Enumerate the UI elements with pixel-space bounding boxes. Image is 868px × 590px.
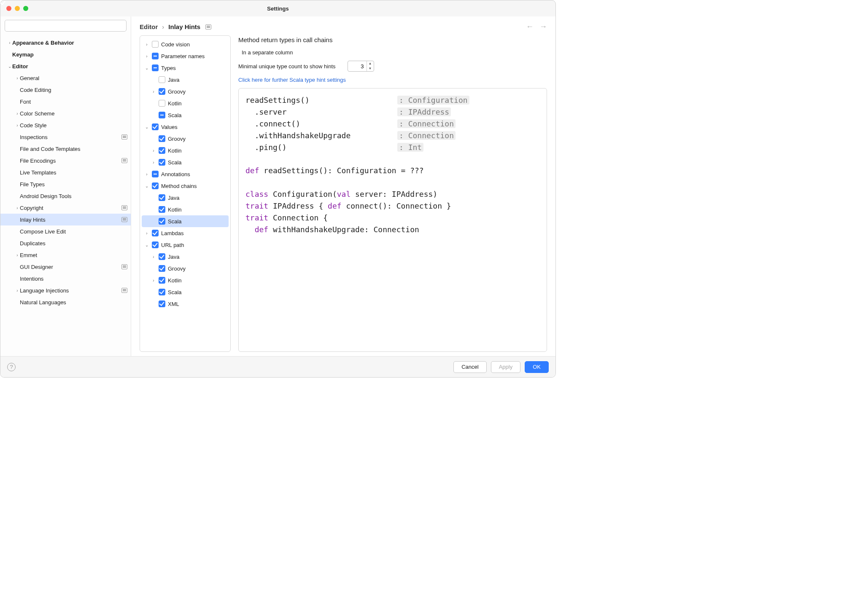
hint-tree-item[interactable]: ›Groovy — [142, 86, 229, 97]
hint-checkbox[interactable] — [159, 253, 165, 260]
hint-tree-label: Kotlin — [168, 100, 182, 107]
ok-button[interactable]: OK — [525, 361, 549, 373]
sidebar-item[interactable]: Compose Live Edit — [0, 225, 131, 237]
help-button[interactable]: ? — [7, 363, 16, 371]
sidebar-item[interactable]: ›Color Scheme — [0, 107, 131, 119]
sidebar-item[interactable]: ›Language Injections — [0, 284, 131, 296]
hint-tree-item[interactable]: ›Parameter names — [142, 50, 229, 62]
hint-checkbox[interactable] — [159, 147, 165, 154]
hint-checkbox[interactable] — [152, 182, 159, 189]
hint-checkbox[interactable] — [152, 64, 159, 71]
sidebar-item[interactable]: Inlay Hints — [0, 214, 131, 225]
hint-tree-item[interactable]: ›Scala — [142, 156, 229, 168]
hint-checkbox[interactable] — [152, 41, 159, 48]
hint-tree-item[interactable]: ⌄Values — [142, 121, 229, 133]
hint-tree-label: Kotlin — [168, 148, 182, 154]
hint-checkbox[interactable] — [159, 206, 165, 213]
sidebar-item[interactable]: Duplicates — [0, 237, 131, 249]
hint-tree-item[interactable]: ›Kotlin — [142, 145, 229, 156]
sidebar-item[interactable]: ›Copyright — [0, 202, 131, 214]
breadcrumb: Editor › Inlay Hints ← → — [131, 16, 555, 35]
hint-tree-item[interactable]: Scala — [142, 109, 229, 121]
sidebar-item[interactable]: Natural Languages — [0, 296, 131, 308]
sidebar-item-label: Font — [20, 99, 127, 105]
hint-tree-item[interactable]: ›Lambdas — [142, 227, 229, 239]
hint-checkbox[interactable] — [159, 112, 165, 118]
hint-checkbox[interactable] — [159, 100, 165, 107]
stepper-up-icon[interactable]: ▲ — [367, 61, 374, 66]
scala-hint-settings-link[interactable]: Click here for further Scala type hint s… — [238, 77, 547, 83]
hint-checkbox[interactable] — [159, 289, 165, 295]
hint-tree-item[interactable]: ›Kotlin — [142, 274, 229, 286]
sidebar-item[interactable]: Font — [0, 96, 131, 107]
hint-checkbox[interactable] — [152, 53, 159, 59]
hint-tree-item[interactable]: ›Annotations — [142, 168, 229, 180]
uniq-count-stepper[interactable]: ▲ ▼ — [348, 61, 374, 72]
hint-tree-item[interactable]: ›Java — [142, 251, 229, 263]
hint-checkbox[interactable] — [159, 265, 165, 272]
chevron-icon: › — [144, 54, 149, 59]
chevron-icon: › — [15, 288, 20, 293]
sidebar-item[interactable]: Live Templates — [0, 166, 131, 178]
sidebar-item[interactable]: File and Code Templates — [0, 143, 131, 155]
breadcrumb-root[interactable]: Editor — [140, 23, 158, 30]
hint-tree-item[interactable]: XML — [142, 298, 229, 310]
sidebar-item[interactable]: ›Appearance & Behavior — [0, 37, 131, 48]
sidebar-item[interactable]: Inspections — [0, 131, 131, 143]
hint-checkbox[interactable] — [159, 159, 165, 166]
scope-badge-icon — [121, 217, 127, 222]
hint-tree-item[interactable]: Groovy — [142, 263, 229, 274]
sidebar-item[interactable]: Keymap — [0, 48, 131, 60]
sidebar-item-label: Copyright — [20, 205, 119, 211]
hint-tree-label: XML — [168, 301, 179, 307]
sidebar-item[interactable]: ›General — [0, 72, 131, 84]
hint-checkbox[interactable] — [159, 135, 165, 142]
hint-checkbox[interactable] — [152, 123, 159, 130]
sidebar-item[interactable]: Intentions — [0, 273, 131, 284]
hint-checkbox[interactable] — [152, 241, 159, 248]
sidebar-item[interactable]: ›Emmet — [0, 249, 131, 261]
hint-tree-label: Annotations — [161, 171, 190, 177]
hint-checkbox[interactable] — [159, 88, 165, 95]
hint-tree-item[interactable]: Scala — [142, 215, 229, 227]
hint-tree-item[interactable]: Kotlin — [142, 97, 229, 109]
cancel-button[interactable]: Cancel — [453, 361, 486, 373]
hint-tree-item[interactable]: Kotlin — [142, 204, 229, 215]
hint-tree-label: Types — [161, 65, 176, 71]
hint-checkbox[interactable] — [159, 300, 165, 307]
hint-tree-item[interactable]: ⌄URL path — [142, 239, 229, 251]
sidebar-item-label: Natural Languages — [20, 299, 127, 306]
sidebar-item[interactable]: Code Editing — [0, 84, 131, 96]
apply-button[interactable]: Apply — [491, 361, 521, 373]
hint-tree-item[interactable]: Java — [142, 74, 229, 86]
hint-tree-item[interactable]: ⌄Types — [142, 62, 229, 74]
stepper-down-icon[interactable]: ▼ — [367, 66, 374, 71]
hint-tree-item[interactable]: Scala — [142, 286, 229, 298]
uniq-count-input[interactable] — [348, 63, 367, 70]
hint-checkbox[interactable] — [152, 230, 159, 236]
hint-tree-item[interactable]: ⌄Method chains — [142, 180, 229, 192]
hint-checkbox[interactable] — [159, 277, 165, 284]
sidebar-item[interactable]: Android Design Tools — [0, 190, 131, 202]
hint-categories-tree[interactable]: ›Code vision›Parameter names⌄TypesJava›G… — [140, 35, 231, 352]
sidebar-item[interactable]: File Encodings — [0, 155, 131, 166]
sidebar-item[interactable]: GUI Designer — [0, 261, 131, 273]
search-input[interactable] — [5, 20, 127, 32]
hint-tree-label: Java — [168, 77, 179, 83]
sidebar-item[interactable]: File Types — [0, 178, 131, 190]
forward-button[interactable]: → — [539, 22, 547, 31]
hint-checkbox[interactable] — [159, 76, 165, 83]
hint-tree-item[interactable]: ›Code vision — [142, 38, 229, 50]
hint-tree-item[interactable]: Java — [142, 192, 229, 204]
scope-badge-icon — [121, 158, 127, 163]
hint-tree-item[interactable]: Groovy — [142, 133, 229, 145]
sidebar-item[interactable]: ⌄Editor — [0, 60, 131, 72]
titlebar: Settings — [0, 0, 555, 16]
back-button[interactable]: ← — [526, 22, 534, 31]
settings-tree[interactable]: ›Appearance & BehaviorKeymap⌄Editor›Gene… — [0, 35, 131, 356]
hint-checkbox[interactable] — [159, 194, 165, 201]
hint-checkbox[interactable] — [152, 171, 159, 177]
sidebar-item[interactable]: ›Code Style — [0, 119, 131, 131]
sidebar-item-label: Inspections — [20, 134, 119, 140]
hint-checkbox[interactable] — [159, 218, 165, 225]
